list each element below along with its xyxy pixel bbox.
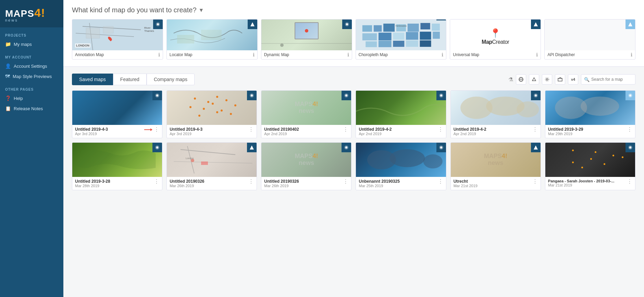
map-menu-btn[interactable]: ⋮ bbox=[343, 127, 348, 132]
svg-marker-40 bbox=[532, 78, 536, 81]
svg-rect-28 bbox=[433, 32, 440, 39]
sidebar-item-account-settings[interactable]: 👤 Account Settings bbox=[0, 61, 63, 71]
map-menu-btn[interactable]: ⋮ bbox=[627, 127, 632, 132]
map-type-api[interactable]: API Dispatcher ℹ bbox=[544, 19, 635, 60]
map-menu-btn[interactable]: ⋮ bbox=[627, 179, 632, 184]
map-type-name: API Dispatcher bbox=[547, 52, 575, 57]
map-card-8[interactable]: MAPS4!news Untitled 20190326 Mar 26th 20… bbox=[261, 142, 351, 190]
map-thumb: MAPS4!news bbox=[451, 143, 541, 177]
sidebar-logo: MAPS4! news bbox=[0, 0, 63, 27]
map-thumb bbox=[356, 143, 446, 177]
corner-badge bbox=[531, 143, 541, 152]
map-menu-btn[interactable]: ⋮ bbox=[532, 179, 538, 184]
map-name: Untitled 2019-3-29 bbox=[548, 127, 583, 132]
svg-rect-6 bbox=[103, 26, 113, 33]
tab-saved-maps[interactable]: Saved maps bbox=[72, 74, 113, 85]
map-type-dynamic[interactable]: Dynamic Map ℹ bbox=[261, 19, 352, 60]
map-date: Mar 21st 2019 bbox=[454, 184, 478, 188]
map-card-3[interactable]: Untitled 2019-4-2 Apr 2nd 2019 ⋮ bbox=[356, 90, 446, 138]
map-thumb: MAPS4!news bbox=[261, 143, 351, 177]
toolbar-btn-triangle[interactable] bbox=[529, 74, 539, 85]
corner-badge bbox=[152, 91, 162, 100]
map-card-10[interactable]: MAPS4!news Utrecht Mar 21st 2019 ⋮ bbox=[450, 142, 541, 190]
map-info: Untitled 2019-4-3 Apr 3rd 2019 ⋮ bbox=[72, 125, 162, 138]
map-menu-btn[interactable]: ⋮ bbox=[154, 179, 159, 184]
sidebar-section-projects: PROJECTS bbox=[0, 27, 63, 39]
info-icon[interactable]: ℹ bbox=[442, 52, 443, 57]
svg-text:London: London bbox=[186, 157, 194, 159]
maps-header: Saved maps Featured Company maps ⚗ v4 bbox=[72, 74, 635, 85]
svg-point-61 bbox=[581, 96, 619, 116]
map-type-name: Locator Map bbox=[170, 52, 193, 57]
api-thumb bbox=[545, 20, 635, 50]
map-menu-btn[interactable]: ⋮ bbox=[438, 127, 443, 132]
map-info: Untitled 2019-4-2 Apr 2nd 2019 ⋮ bbox=[356, 125, 446, 138]
map-card-0[interactable]: Untitled 2019-4-3 Apr 3rd 2019 ⋮ bbox=[72, 90, 162, 138]
tab-company-maps[interactable]: Company maps bbox=[147, 74, 195, 85]
map-name: Untitled 20190402 bbox=[264, 127, 299, 132]
info-icon[interactable]: ℹ bbox=[253, 52, 255, 57]
dots-overlay bbox=[167, 91, 257, 125]
svg-rect-20 bbox=[407, 24, 419, 32]
toolbar-btn-v4[interactable]: v4 bbox=[568, 74, 578, 85]
svg-rect-9 bbox=[201, 30, 222, 40]
map-name: Utrecht bbox=[454, 179, 478, 184]
sidebar-item-map-style-previews[interactable]: 🗺 Map Style Previews bbox=[0, 71, 63, 81]
map-date: Mar 25th 2019 bbox=[359, 184, 399, 188]
map-date: Mar 28th 2019 bbox=[75, 184, 110, 188]
map-card-9[interactable]: Unbenannt 20190325 Mar 25th 2019 ⋮ bbox=[356, 142, 446, 190]
search-input[interactable] bbox=[591, 77, 632, 82]
map-card-5[interactable]: Untitled 2019-3-29 Mar 29th 2019 ⋮ bbox=[545, 90, 635, 138]
info-icon[interactable]: ℹ bbox=[158, 52, 160, 57]
map-menu-btn[interactable]: ⋮ bbox=[438, 179, 443, 184]
tabs: Saved maps Featured Company maps bbox=[72, 74, 195, 85]
sidebar-item-help[interactable]: ❓ Help bbox=[0, 93, 63, 103]
map-type-choropleth[interactable]: Nebraska Choropleth Map ℹ bbox=[356, 19, 447, 60]
map-card-2[interactable]: MAPS4!news Untitled 20190402 Apr 2nd 201… bbox=[261, 90, 351, 138]
map-type-universal[interactable]: 📍 MapCreator Universal Map ℹ bbox=[450, 19, 541, 60]
sidebar-item-label: Account Settings bbox=[14, 64, 47, 69]
info-icon[interactable]: ℹ bbox=[536, 52, 538, 57]
sidebar-item-label: Help bbox=[14, 96, 23, 101]
map-date: Mar 29th 2019 bbox=[548, 132, 583, 136]
svg-marker-36 bbox=[628, 22, 632, 26]
help-icon: ❓ bbox=[5, 95, 11, 101]
map-card-6[interactable]: Untitled 2019-3-28 Mar 28th 2019 ⋮ bbox=[72, 142, 162, 190]
dropdown-arrow-icon[interactable]: ▼ bbox=[199, 7, 204, 13]
sidebar-item-release-notes[interactable]: 📋 Release Notes bbox=[0, 103, 63, 114]
tab-featured[interactable]: Featured bbox=[113, 74, 147, 85]
toolbar-btn-gear[interactable] bbox=[542, 74, 552, 85]
sidebar-item-my-maps[interactable]: 📁 My maps bbox=[0, 39, 63, 49]
svg-rect-69 bbox=[201, 162, 208, 165]
map-card-7[interactable]: London Untitled 20190326 Mar 26th 2019 ⋮ bbox=[166, 142, 257, 190]
svg-marker-78 bbox=[534, 145, 538, 150]
info-icon[interactable]: ℹ bbox=[631, 52, 632, 57]
map-menu-btn[interactable]: ⋮ bbox=[532, 127, 538, 132]
map-menu-btn[interactable]: ⋮ bbox=[248, 179, 254, 184]
svg-rect-25 bbox=[393, 33, 404, 40]
map-date: Apr 2nd 2019 bbox=[359, 132, 392, 136]
info-icon[interactable]: ℹ bbox=[347, 52, 349, 57]
search-icon: 🔍 bbox=[584, 77, 590, 82]
toolbar-btn-globe[interactable] bbox=[516, 74, 526, 85]
map-card-11[interactable]: Pangaea - Sarah Joosten - 2019-03-... Ma… bbox=[545, 142, 635, 190]
map-date: Apr 2nd 2019 bbox=[264, 132, 299, 136]
toolbar-btn-folder[interactable] bbox=[555, 74, 565, 85]
main-content: What kind of map do you want to create? … bbox=[63, 0, 644, 297]
map-menu-btn[interactable]: ⋮ bbox=[154, 127, 159, 132]
svg-text:Nebraska: Nebraska bbox=[395, 24, 407, 27]
svg-point-13 bbox=[280, 43, 284, 47]
map-menu-btn[interactable]: ⋮ bbox=[248, 127, 254, 132]
map-type-locator[interactable]: Locator Map ℹ bbox=[166, 19, 258, 60]
svg-point-50 bbox=[345, 94, 347, 96]
map-card-1[interactable]: Untitled 2019-4-3 Apr 3rd 2019 ⋮ bbox=[166, 90, 257, 138]
map-card-4[interactable]: Untitled 2019-4-2 Apr 2nd 2019 ⋮ bbox=[450, 90, 541, 138]
filter-icon[interactable]: ⚗ bbox=[508, 76, 513, 83]
watermark: MAPS4!news bbox=[295, 101, 318, 115]
map-menu-btn[interactable]: ⋮ bbox=[343, 179, 348, 184]
svg-rect-8 bbox=[177, 35, 194, 43]
map-thumb: London bbox=[167, 143, 257, 177]
red-arrow-icon bbox=[144, 128, 152, 132]
map-date: Mar 21st 2019 bbox=[548, 183, 615, 187]
map-type-annotation[interactable]: LONDON RiverThames Annotation Map ℹ bbox=[72, 19, 163, 60]
